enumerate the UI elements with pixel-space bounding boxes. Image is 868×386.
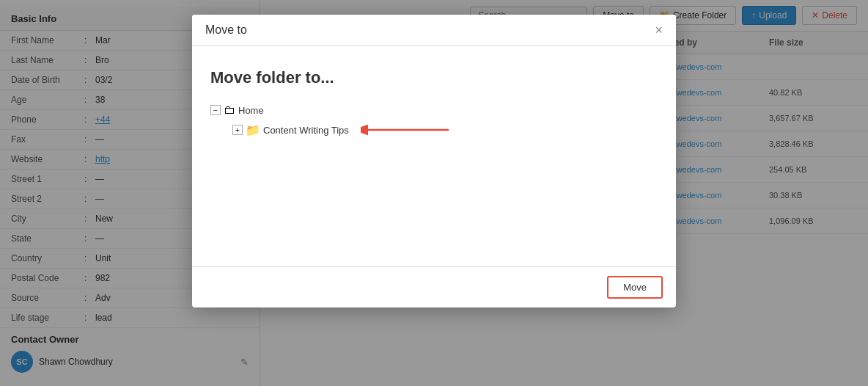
- arrow-svg: [361, 123, 456, 137]
- move-to-modal: Move to × Move folder to... − 🗀 Home + 📁…: [192, 15, 676, 307]
- folder-tree: − 🗀 Home + 📁 Content Writing Tips: [210, 102, 658, 139]
- modal-close-button[interactable]: ×: [655, 23, 663, 37]
- modal-footer: Move: [192, 266, 676, 307]
- modal-overlay: Move to × Move folder to... − 🗀 Home + 📁…: [0, 0, 868, 386]
- content-writing-folder-label: Content Writing Tips: [263, 125, 349, 136]
- move-button[interactable]: Move: [607, 276, 663, 299]
- tree-content-writing-item[interactable]: + 📁 Content Writing Tips: [232, 121, 658, 139]
- arrow-pointer: [361, 123, 456, 137]
- modal-body: Move folder to... − 🗀 Home + 📁 Content W…: [192, 46, 676, 266]
- home-folder-icon: 🗀: [224, 103, 235, 117]
- tree-home-item[interactable]: − 🗀 Home: [210, 102, 658, 118]
- modal-title: Move to: [205, 23, 247, 37]
- modal-header: Move to ×: [192, 15, 676, 46]
- move-heading: Move folder to...: [210, 68, 658, 87]
- content-writing-toggle[interactable]: +: [232, 125, 243, 135]
- content-writing-folder-icon: 📁: [246, 123, 260, 137]
- home-toggle[interactable]: −: [210, 105, 221, 115]
- tree-children: + 📁 Content Writing Tips: [210, 121, 658, 139]
- home-folder-label: Home: [238, 105, 264, 116]
